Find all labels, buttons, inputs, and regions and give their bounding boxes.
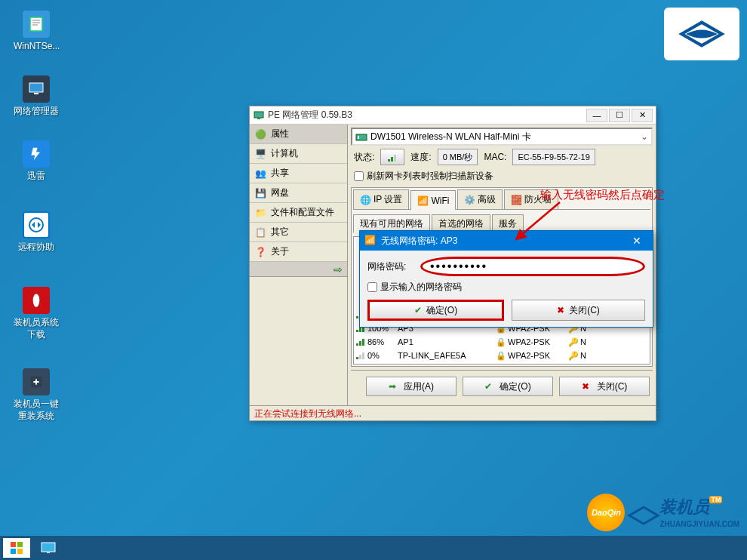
key-icon: 🔑 bbox=[568, 337, 580, 347]
sidebar-item-properties[interactable]: 🟢属性 bbox=[250, 125, 347, 144]
close-button[interactable]: ✕ bbox=[632, 109, 653, 122]
speed-value: 0 MB/秒 bbox=[438, 149, 478, 165]
refresh-scan-checkbox[interactable] bbox=[354, 171, 364, 181]
sidebar-item-label: 其它 bbox=[271, 226, 289, 238]
svg-rect-24 bbox=[359, 341, 361, 346]
inner-tab-label: 服务 bbox=[499, 218, 517, 229]
sidebar-item-files[interactable]: 📁文件和配置文件 bbox=[250, 203, 347, 223]
network-ssid: AP1 bbox=[398, 337, 496, 346]
check-icon: ✔ bbox=[414, 305, 422, 315]
tab-label: WiFi bbox=[431, 195, 449, 206]
app-icon bbox=[253, 109, 265, 122]
svg-rect-13 bbox=[358, 136, 359, 139]
netdisk-icon: 💾 bbox=[254, 187, 266, 199]
dialog-close-button[interactable]: ✖关闭(C) bbox=[512, 300, 645, 321]
svg-rect-20 bbox=[356, 330, 358, 332]
button-label: 关闭(C) bbox=[597, 380, 628, 393]
password-input[interactable] bbox=[420, 257, 645, 276]
window-title: PE 网络管理 0.59.B3 bbox=[268, 109, 585, 122]
desktop-icon-label: 装机员一键重装系统 bbox=[14, 398, 59, 422]
svg-rect-28 bbox=[362, 352, 364, 359]
check-icon: ✔ bbox=[484, 381, 495, 392]
desktop-icon-label: 装机员系统下载 bbox=[14, 317, 59, 340]
desktop-icon-label: 网络管理器 bbox=[14, 106, 59, 118]
tab-advanced[interactable]: ⚙️高级 bbox=[457, 189, 503, 209]
desktop-icon-label: WinNTSe... bbox=[14, 41, 59, 53]
start-button[interactable] bbox=[3, 538, 30, 558]
svg-rect-0 bbox=[30, 17, 42, 31]
desktop-icon-reinstall-system[interactable]: 装机员一键重装系统 bbox=[14, 368, 59, 422]
monitor-icon bbox=[23, 75, 50, 103]
network-row[interactable]: 0% TP-LINK_EAFE5A 🔒 WPA2-PSK 🔑 N bbox=[354, 349, 650, 362]
dialog-title-text: 无线网络密码: AP3 bbox=[381, 235, 626, 248]
lock-icon: 🔒 bbox=[496, 351, 508, 361]
annotation-text: 输入无线密码然后点确定 bbox=[540, 188, 665, 202]
sidebar-item-netdisk[interactable]: 💾网盘 bbox=[250, 183, 347, 203]
status-text: 正在尝试连接到无线网络... bbox=[254, 408, 361, 419]
sidebar-item-label: 计算机 bbox=[271, 147, 298, 160]
desktop-icon-winntsetup[interactable]: WinNTSe... bbox=[14, 11, 59, 53]
sidebar-collapse-button[interactable]: ⇨ bbox=[250, 262, 347, 277]
sidebar-item-other[interactable]: 📋其它 bbox=[250, 223, 347, 242]
desktop-icon-remote-assist[interactable]: 远程协助 bbox=[14, 211, 59, 254]
desktop-icon-thunder[interactable]: 迅雷 bbox=[14, 140, 59, 183]
svg-rect-4 bbox=[29, 83, 43, 92]
notepad-icon bbox=[23, 11, 50, 38]
speed-label: 速度: bbox=[407, 151, 434, 164]
sidebar-item-computer[interactable]: 🖥️计算机 bbox=[250, 144, 347, 164]
teamviewer-icon bbox=[23, 211, 50, 238]
titlebar[interactable]: PE 网络管理 0.59.B3 — ☐ ✕ bbox=[250, 106, 656, 125]
x-icon: ✖ bbox=[582, 381, 592, 392]
network-row[interactable]: 8% chv 🔒 WPA2-PSK 🔑 N bbox=[354, 362, 650, 365]
wifi-icon: 📶 bbox=[417, 195, 428, 206]
button-label: 确定(O) bbox=[426, 304, 457, 317]
close-button[interactable]: ✖关闭(C) bbox=[559, 377, 650, 396]
svg-rect-34 bbox=[17, 542, 23, 547]
sidebar-item-label: 属性 bbox=[271, 128, 289, 140]
lock-icon: 🔒 bbox=[496, 337, 508, 347]
svg-rect-5 bbox=[34, 93, 38, 94]
info-icon: 🟢 bbox=[254, 128, 266, 140]
sidebar-item-about[interactable]: ❓关于 bbox=[250, 242, 347, 262]
dialog-close-button[interactable]: ✕ bbox=[626, 232, 648, 249]
dialog-ok-button[interactable]: ✔确定(O) bbox=[367, 300, 504, 321]
thunder-icon bbox=[23, 140, 50, 168]
button-label: 关闭(C) bbox=[569, 304, 600, 317]
tab-wifi[interactable]: 📶WiFi bbox=[410, 190, 456, 210]
svg-rect-26 bbox=[356, 357, 358, 359]
desktop-icon-label: 远程协助 bbox=[14, 242, 59, 254]
sidebar-item-label: 共享 bbox=[271, 167, 289, 180]
svg-rect-21 bbox=[359, 328, 361, 332]
files-icon: 📁 bbox=[254, 207, 266, 219]
sidebar: 🟢属性 🖥️计算机 👥共享 💾网盘 📁文件和配置文件 📋其它 ❓关于 ⇨ bbox=[250, 125, 348, 405]
brand-logo bbox=[664, 8, 739, 60]
minimize-button[interactable]: — bbox=[586, 109, 607, 122]
ok-button[interactable]: ✔确定(O) bbox=[463, 377, 553, 396]
taskbar-item[interactable] bbox=[33, 538, 63, 558]
signal-icon bbox=[355, 337, 367, 346]
svg-rect-37 bbox=[42, 543, 55, 552]
tab-ip-settings[interactable]: 🌐IP 设置 bbox=[353, 189, 409, 209]
opera-icon bbox=[23, 287, 50, 314]
network-row[interactable]: 86% AP1 🔒 WPA2-PSK 🔑 N bbox=[354, 335, 650, 349]
network-card-icon bbox=[355, 131, 367, 143]
taskbar[interactable] bbox=[0, 536, 747, 560]
dialog-titlebar[interactable]: 📶 无线网络密码: AP3 ✕ bbox=[360, 231, 653, 251]
svg-rect-27 bbox=[359, 355, 361, 359]
svg-rect-10 bbox=[254, 112, 263, 118]
computer-icon: 🖥️ bbox=[254, 148, 266, 160]
desktop-icon-system-download[interactable]: 装机员系统下载 bbox=[14, 287, 59, 340]
svg-rect-33 bbox=[11, 542, 16, 547]
adapter-dropdown[interactable]: DW1501 Wireless-N WLAN Half-Mini 卡 ⌄ bbox=[351, 128, 653, 146]
sidebar-item-share[interactable]: 👥共享 bbox=[250, 164, 347, 183]
maximize-button[interactable]: ☐ bbox=[609, 109, 630, 122]
show-password-checkbox[interactable] bbox=[367, 282, 377, 292]
status-label: 状态: bbox=[351, 151, 377, 164]
button-label: 确定(O) bbox=[500, 380, 530, 393]
svg-rect-17 bbox=[356, 316, 358, 318]
lock-icon: 🔒 bbox=[496, 365, 508, 365]
desktop-icon-network-manager[interactable]: 网络管理器 bbox=[14, 75, 59, 118]
sidebar-item-label: 网盘 bbox=[271, 186, 289, 199]
svg-rect-14 bbox=[388, 159, 390, 162]
apply-button[interactable]: ➡应用(A) bbox=[366, 377, 456, 396]
